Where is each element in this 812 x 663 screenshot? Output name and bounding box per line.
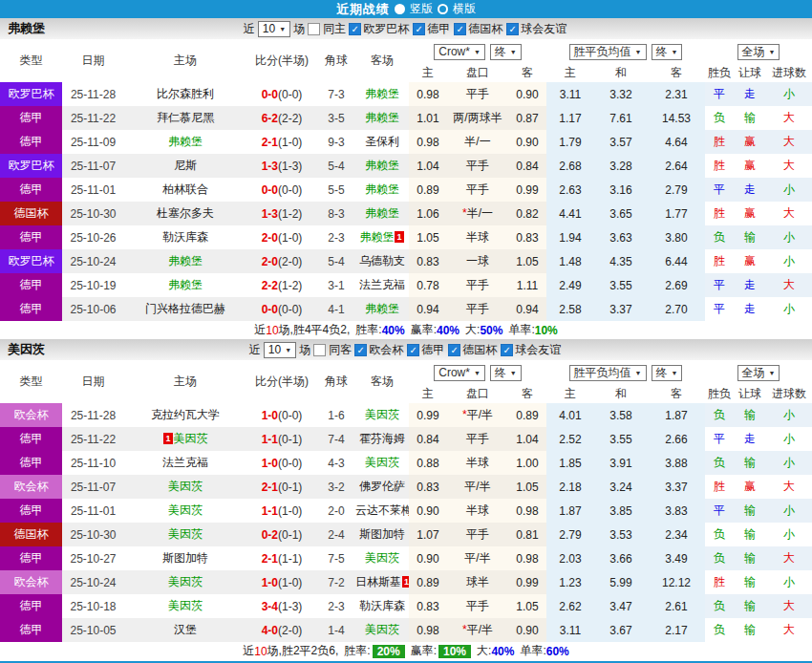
halftime-score: (0-1) bbox=[278, 433, 302, 446]
handicap-cell: 平/半 bbox=[447, 475, 508, 499]
avg-away: 2.61 bbox=[648, 594, 705, 618]
result-handicap: 走 bbox=[734, 178, 766, 202]
avg-home: 2.68 bbox=[546, 154, 594, 178]
league-checkbox-label[interactable]: 球会友谊 bbox=[515, 342, 561, 358]
fulltime-score: 0-0 bbox=[262, 88, 278, 101]
league-checkbox[interactable]: ✓ bbox=[448, 344, 460, 356]
league-checkbox[interactable]: ✓ bbox=[454, 23, 466, 35]
league-checkbox[interactable]: ✓ bbox=[506, 23, 519, 35]
odds-away: 0.87 bbox=[508, 106, 546, 130]
bookmaker-select[interactable]: Crow*▼ bbox=[434, 44, 485, 60]
result-wdl: 胜 bbox=[705, 249, 734, 273]
result-goals: 大 bbox=[766, 618, 812, 642]
layout-radio-vertical[interactable] bbox=[395, 4, 405, 14]
team-link: 美因茨 bbox=[168, 575, 203, 588]
result-handicap: 输 bbox=[734, 570, 766, 594]
team-link: 比尔森胜利 bbox=[157, 87, 214, 100]
league-checkbox-label[interactable]: 德国杯 bbox=[468, 21, 502, 37]
summary-stat-label: 单率: bbox=[520, 643, 545, 659]
layout-radio-horizontal-label[interactable]: 横版 bbox=[453, 1, 476, 17]
league-checkbox[interactable]: ✓ bbox=[501, 344, 513, 356]
handicap-value: 半/一 bbox=[467, 206, 493, 220]
league-checkbox-label[interactable]: 德国杯 bbox=[462, 342, 497, 358]
col-corner: 角球 bbox=[317, 39, 355, 82]
result-handicap: 赢 bbox=[734, 154, 766, 178]
handicap-value: 平手 bbox=[466, 527, 489, 541]
avg-draw: 7.61 bbox=[594, 106, 648, 130]
avg-away: 1.77 bbox=[648, 202, 705, 225]
same-venue-checkbox[interactable] bbox=[308, 23, 320, 35]
match-row: 德甲25-10-27斯图加特2-1(1-1)7-5美因茨0.90平/半0.982… bbox=[0, 546, 812, 570]
result-wdl: 负 bbox=[705, 618, 734, 642]
fulltime-score: 3-4 bbox=[262, 600, 278, 613]
recent-count-select[interactable]: 10 ▼ bbox=[264, 342, 296, 358]
odds-away: 0.90 bbox=[508, 130, 546, 154]
recent-count-select[interactable]: 10 ▼ bbox=[258, 21, 290, 37]
same-venue-checkbox[interactable] bbox=[313, 344, 326, 356]
same-venue-label[interactable]: 同客 bbox=[329, 342, 352, 358]
avg-away: 6.44 bbox=[648, 249, 705, 273]
games-label: 场 bbox=[293, 21, 305, 37]
halftime-score: (0-0) bbox=[278, 303, 302, 316]
league-checkbox-label[interactable]: 德甲 bbox=[421, 342, 444, 358]
away-team-cell: 弗赖堡 bbox=[355, 106, 409, 130]
title-bar: 近期战绩 竖版 横版 bbox=[0, 0, 812, 18]
match-date: 25-10-24 bbox=[62, 249, 124, 273]
league-checkbox[interactable]: ✓ bbox=[349, 23, 361, 35]
home-team-cell: 美因茨 bbox=[124, 499, 246, 523]
league-tag: 德甲 bbox=[0, 130, 62, 154]
score-cell: 3-4(1-3) bbox=[246, 594, 317, 618]
team-link: 汉堡 bbox=[174, 623, 197, 636]
league-checkbox[interactable]: ✓ bbox=[407, 344, 419, 356]
layout-radio-vertical-label[interactable]: 竖版 bbox=[410, 1, 433, 17]
fulltime-score: 1-3 bbox=[262, 160, 278, 173]
result-handicap: 输 bbox=[734, 106, 766, 130]
league-checkbox[interactable]: ✓ bbox=[354, 344, 367, 356]
summary-stat-value: 40% bbox=[491, 645, 514, 658]
avg-home: 3.11 bbox=[546, 618, 594, 642]
scope-select[interactable]: 全场▼ bbox=[737, 365, 780, 381]
score-cell: 1-1(1-0) bbox=[246, 499, 317, 523]
league-tag: 德甲 bbox=[0, 451, 62, 475]
avg-odds-select[interactable]: 胜平负均值▼ bbox=[569, 44, 647, 60]
league-checkbox-label[interactable]: 欧会杯 bbox=[369, 342, 403, 358]
odds-home: 0.99 bbox=[409, 403, 447, 427]
avg-stage-select[interactable]: 终▼ bbox=[652, 44, 683, 60]
result-goals: 小 bbox=[766, 403, 812, 427]
scope-select[interactable]: 全场▼ bbox=[737, 44, 780, 60]
corner-count: 8-3 bbox=[317, 202, 355, 225]
result-goals: 大 bbox=[766, 106, 812, 130]
fulltime-score: 1-3 bbox=[262, 207, 278, 221]
fulltime-score: 0-0 bbox=[262, 183, 278, 197]
avg-home: 2.79 bbox=[546, 523, 594, 546]
avg-odds-select[interactable]: 胜平负均值▼ bbox=[569, 365, 647, 381]
col-away: 客场 bbox=[355, 39, 409, 82]
handicap-cell: 半/一 bbox=[447, 130, 508, 154]
col-type: 类型 bbox=[0, 360, 62, 403]
result-handicap: 赢 bbox=[734, 475, 766, 499]
team-name: 弗赖堡 bbox=[8, 20, 45, 37]
league-checkbox-label[interactable]: 球会友谊 bbox=[521, 21, 566, 37]
odds-home: 0.88 bbox=[409, 451, 447, 475]
score-cell: 0-0(0-0) bbox=[246, 297, 317, 321]
result-wdl: 平 bbox=[705, 82, 734, 106]
avg-away: 2.69 bbox=[648, 273, 705, 297]
avg-stage-select[interactable]: 终▼ bbox=[652, 365, 683, 381]
team-link: 佛罗伦萨 bbox=[359, 480, 405, 493]
bookmaker-select[interactable]: Crow*▼ bbox=[434, 365, 485, 381]
halftime-score: (1-3) bbox=[278, 600, 302, 613]
avg-away: 4.64 bbox=[648, 130, 705, 154]
odds-stage-select[interactable]: 终▼ bbox=[490, 44, 522, 60]
handicap-cell: 平手 bbox=[447, 427, 508, 451]
result-goals: 小 bbox=[766, 570, 812, 594]
same-venue-label[interactable]: 同主 bbox=[323, 21, 346, 37]
avg-draw: 3.28 bbox=[594, 154, 648, 178]
league-checkbox[interactable]: ✓ bbox=[413, 23, 425, 35]
handicap-value: 平手 bbox=[466, 182, 489, 196]
chevron-down-icon: ▼ bbox=[510, 370, 517, 376]
layout-radio-horizontal[interactable] bbox=[438, 4, 448, 14]
league-checkbox-label[interactable]: 德甲 bbox=[427, 21, 450, 37]
odds-stage-select[interactable]: 终▼ bbox=[490, 365, 522, 381]
result-wdl: 平 bbox=[705, 297, 734, 321]
league-checkbox-label[interactable]: 欧罗巴杯 bbox=[363, 21, 409, 37]
